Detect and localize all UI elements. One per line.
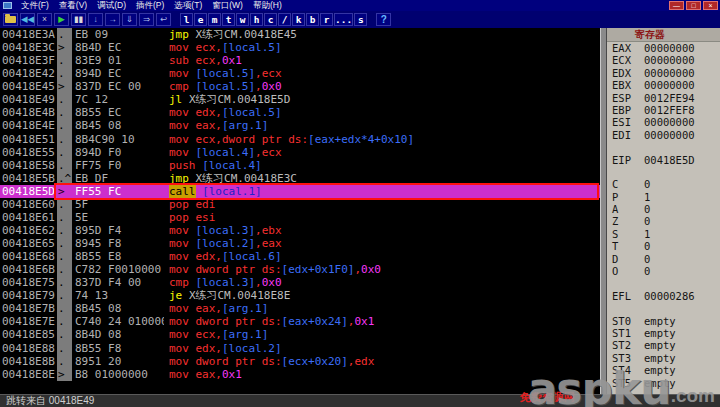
menu-item-window[interactable]: 窗口(W) [207, 0, 248, 11]
disasm-row[interactable]: 00418E61.5Epop esi [0, 211, 600, 224]
disasm-marker: . [57, 54, 72, 67]
register-row[interactable]: ST1empty [607, 327, 720, 339]
disasm-row[interactable]: 00418E79.74 13je X练习CM.00418E8E [0, 289, 600, 302]
disasm-row[interactable]: 00418E88.8B55 F8mov edx,[local.2] [0, 342, 600, 355]
disasm-row[interactable]: 00418E4E.8B45 08mov eax,[arg.1] [0, 119, 600, 132]
register-row[interactable]: P1 [607, 191, 720, 203]
disasm-row[interactable]: 00418E6B.C782 F0010000 00mov dword ptr d… [0, 263, 600, 276]
cpu-window-icon[interactable] [3, 2, 12, 9]
open-file-button[interactable] [3, 13, 18, 26]
register-row[interactable]: ST2empty [607, 339, 720, 351]
disasm-row[interactable]: 00418E5D>FF55 FCcall [local.1] [0, 185, 600, 198]
register-row[interactable]: EDI00000000 [607, 129, 720, 141]
menu-item-help[interactable]: 帮助(H) [248, 0, 287, 11]
disasm-text: mov eax,0x1 [164, 368, 600, 381]
register-row[interactable]: ESI00000000 [607, 116, 720, 128]
disasm-bytes: 8951 20 [72, 355, 164, 368]
disasm-row[interactable]: 00418E85.8B4D 08mov ecx,[arg.1] [0, 328, 600, 341]
pane-splitter[interactable] [600, 28, 607, 394]
register-row[interactable]: T0 [607, 240, 720, 252]
disasm-row[interactable]: 00418E4B.8B55 ECmov edx,[local.5] [0, 106, 600, 119]
register-row[interactable]: ST5empty [607, 377, 720, 389]
register-row[interactable]: EBX00000000 [607, 79, 720, 91]
toolbar-letter-button-r[interactable]: r [320, 13, 333, 26]
restart-button[interactable]: ◀◀ [20, 13, 35, 26]
disasm-row[interactable]: 00418E3F.83E9 01sub ecx,0x1 [0, 54, 600, 67]
menu-item-plugins[interactable]: 插件(P) [131, 0, 169, 11]
register-row[interactable]: ST3empty [607, 352, 720, 364]
toolbar-letter-button-dots[interactable]: ... [334, 13, 353, 26]
disasm-row[interactable]: 00418E5B.^EB DFjmp X练习CM.00418E3C [0, 172, 600, 185]
menu-item-debug[interactable]: 调试(D) [92, 0, 131, 11]
toolbar-letter-button-w[interactable]: w [236, 13, 249, 26]
disasm-bytes: EB DF [72, 172, 164, 185]
disasm-row[interactable]: 00418E3A.EB 09jmp X练习CM.00418E45 [0, 28, 600, 41]
disasm-row[interactable]: 00418E75.837D F4 00cmp [local.3],0x0 [0, 276, 600, 289]
toolbar-letter-button-t[interactable]: t [222, 13, 235, 26]
register-row[interactable]: S1 [607, 228, 720, 240]
pause-button[interactable]: ▮▮ [71, 13, 86, 26]
menu-item-file[interactable]: 文件(F) [16, 0, 54, 11]
disasm-row[interactable]: 00418E68.8B55 E8mov edx,[local.6] [0, 250, 600, 263]
disasm-address: 00418E55 [0, 146, 57, 159]
disasm-row[interactable]: 00418E7E.C740 24 01000000mov dword ptr d… [0, 315, 600, 328]
disasm-row[interactable]: 00418E65.8945 F8mov [local.2],eax [0, 237, 600, 250]
register-row[interactable]: ST0empty [607, 315, 720, 327]
register-row[interactable]: EIP00418E5D [607, 154, 720, 166]
minimize-button[interactable]: — [669, 1, 684, 10]
register-row[interactable]: EBP0012FEF8 [607, 104, 720, 116]
toolbar: ◀◀×▶▮▮↓→⇓⇒↩ lemtwhc/kbr...s ? [0, 11, 720, 28]
register-row[interactable]: ESP0012FE94 [607, 92, 720, 104]
disasm-row[interactable]: 00418E3C>8B4D ECmov ecx,[local.5] [0, 41, 600, 54]
disasm-row[interactable]: 00418E45>837D EC 00cmp [local.5],0x0 [0, 80, 600, 93]
disasm-text: push [local.4] [164, 159, 600, 172]
disasm-row[interactable]: 00418E62.895D F4mov [local.3],ebx [0, 224, 600, 237]
execute-till-return-button[interactable]: ↩ [156, 13, 171, 26]
close-button[interactable]: × [703, 1, 718, 10]
animate-into-button[interactable]: ⇓ [122, 13, 137, 26]
disasm-marker: . [57, 276, 72, 289]
toolbar-letter-button-c[interactable]: c [264, 13, 277, 26]
register-row[interactable]: A0 [607, 203, 720, 215]
register-row[interactable]: D0 [607, 253, 720, 265]
disasm-address: 00418E7E [0, 315, 57, 328]
register-row[interactable]: EDX00000000 [607, 67, 720, 79]
disasm-bytes: 8B4D EC [72, 41, 164, 54]
register-row[interactable]: Z0 [607, 215, 720, 227]
disasm-row[interactable]: 00418E60.5Fpop edi [0, 198, 600, 211]
info-text[interactable]: 跳转来自 00418E49 [6, 395, 94, 406]
toolbar-letter-button-l[interactable]: l [180, 13, 193, 26]
toolbar-letter-button-h[interactable]: h [250, 13, 263, 26]
register-name [612, 141, 644, 153]
menu-item-view[interactable]: 查看(V) [54, 0, 92, 11]
step-over-button[interactable]: → [105, 13, 120, 26]
disasm-row[interactable]: 00418E51.8B4C90 10mov ecx,dword ptr ds:[… [0, 133, 600, 146]
help-button[interactable]: ? [376, 13, 391, 26]
menu-item-options[interactable]: 选项(T) [169, 0, 207, 11]
toolbar-letter-button-k[interactable]: k [292, 13, 305, 26]
run-button[interactable]: ▶ [54, 13, 69, 26]
toolbar-letter-button-b[interactable]: b [306, 13, 319, 26]
register-row[interactable]: EAX00000000 [607, 42, 720, 54]
disasm-row[interactable]: 00418E8E>B8 01000000mov eax,0x1 [0, 368, 600, 381]
disasm-row[interactable]: 00418E8B.8951 20mov dword ptr ds:[ecx+0x… [0, 355, 600, 368]
register-row[interactable]: O0 [607, 265, 720, 277]
register-row[interactable]: ECX00000000 [607, 54, 720, 66]
register-row[interactable]: C0 [607, 178, 720, 190]
disasm-row[interactable]: 00418E7B.8B45 08mov eax,[arg.1] [0, 302, 600, 315]
step-into-button[interactable]: ↓ [88, 13, 103, 26]
register-row[interactable]: EFL00000286 [607, 290, 720, 302]
disasm-row[interactable]: 00418E49.7C 12jl X练习CM.00418E5D [0, 93, 600, 106]
toolbar-letter-button-s[interactable]: s [354, 13, 367, 26]
disasm-row[interactable]: 00418E42.894D ECmov [local.5],ecx [0, 67, 600, 80]
disasm-row[interactable]: 00418E58.FF75 F0push [local.4] [0, 159, 600, 172]
disasm-row[interactable]: 00418E55.894D F0mov [local.4],ecx [0, 146, 600, 159]
restore-button[interactable]: □ [686, 1, 701, 10]
toolbar-letter-button-m[interactable]: m [208, 13, 221, 26]
toolbar-letter-button-slash[interactable]: / [278, 13, 291, 26]
close-program-button[interactable]: × [37, 13, 52, 26]
toolbar-letter-button-e[interactable]: e [194, 13, 207, 26]
animate-over-button[interactable]: ⇒ [139, 13, 154, 26]
register-value: empty [644, 339, 720, 351]
register-row[interactable]: ST4empty [607, 364, 720, 376]
